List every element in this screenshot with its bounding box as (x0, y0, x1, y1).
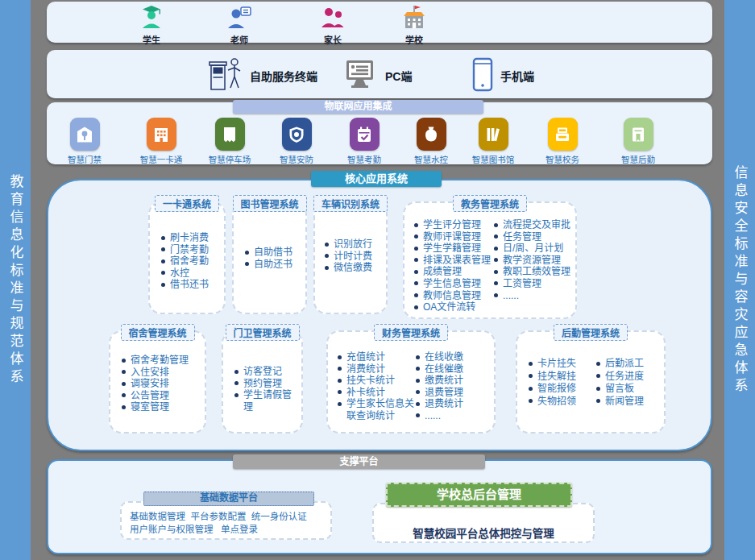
feature-list: 刷卡消费 门禁考勤 宿舍考勤 水控 借书还书 (150, 203, 224, 291)
feature-item: OA文件流转 (413, 301, 492, 313)
building-card-icon (147, 118, 176, 151)
feature-item: 教职工绩效管理 (492, 266, 572, 278)
student-icon (139, 5, 164, 30)
feature-item: 流程提交及审批 (492, 219, 572, 231)
feature-list: 充值统计 消费统计 挂失卡统计 补卡统计 学生家长信息关联查询统计 (336, 351, 414, 422)
feature-item: 任务管理 (492, 231, 572, 243)
iot-label: 智慧校务 (532, 153, 593, 165)
feature-list: 自助借书 自助还书 (234, 203, 305, 270)
base-platform-line1: 基础数据管理 平台参数配置 统一身份认证 (130, 512, 307, 521)
core-section-header: 核心应用系统 (311, 171, 442, 187)
feature-item: 留言板 (595, 383, 662, 396)
feature-item: 成绩管理 (413, 266, 492, 278)
feature-list: 流程提交及审批 任务管理 日/周、月计划 教学资源管理 教职工绩效管理 工资管理… (492, 219, 572, 313)
smart-campus-architecture-diagram: 教育信息化标准与规范体系 信息安全标准与容灾应急体系 学生 老师 (0, 0, 755, 560)
feature-item: 智能报修 (527, 383, 595, 396)
iot-label: 智慧图书馆 (463, 153, 524, 165)
feature-item: ...... (492, 290, 572, 302)
feature-list: 访客登记 预约管理 学生请假管理 (223, 332, 301, 413)
feature-list: 学生评分管理 教师评课管理 学生学籍管理 排课及课表管理 成绩管理 学生信息管理… (413, 219, 492, 313)
feature-item: 在线催缴 (414, 363, 492, 375)
feature-item: 学生评分管理 (413, 219, 492, 231)
feature-item: 挂失卡统计 (336, 375, 414, 387)
feature-item: 工资管理 (492, 278, 572, 290)
system-box-academic: 教务管理系统 学生评分管理 教师评课管理 学生学籍管理 排课及课表管理 成绩管理… (403, 201, 577, 319)
system-box-gatekeeper: 门卫管理系统 访客登记 预约管理 学生请假管理 (222, 330, 303, 433)
feature-item: 自助还书 (243, 259, 304, 271)
core-systems-panel: 核心应用系统 一卡通系统 刷卡消费 门禁考勤 宿舍考勤 水控 借书还书 图书管理… (47, 179, 712, 451)
feature-item: ...... (414, 410, 492, 422)
support-section-header: 支撑平台 (233, 454, 485, 469)
base-data-platform-content: 基础数据管理 平台参数配置 统一身份认证用户账户与权限管理 单点登录 (120, 501, 332, 540)
admin-backend-description: 智慧校园平台总体把控与管理 (374, 525, 593, 541)
feature-item: 日/周、月计划 (492, 243, 572, 255)
system-box-title: 车辆识别系统 (313, 195, 388, 212)
iot-label: 智慧停车场 (199, 153, 260, 165)
feature-item: 后勤派工 (595, 358, 662, 371)
feature-item: 学生信息管理 (413, 278, 492, 290)
feature-item: 自助借书 (243, 247, 304, 259)
user-label: 家长 (305, 33, 361, 46)
users-panel: 学生 老师 家长 (47, 2, 712, 43)
system-box-title: 后勤管理系统 (554, 324, 628, 341)
feature-item: 学生学籍管理 (413, 243, 492, 255)
iot-panel: 物联网应用集成 智慧门禁 智慧一卡通 智慧停车场 智慧安防 (47, 102, 712, 164)
feature-item: 预约管理 (233, 378, 300, 390)
feature-item: 调寝安排 (120, 378, 203, 390)
iot-label: 智慧水控 (400, 153, 462, 165)
kiosk-icon (208, 56, 245, 93)
feature-item: 刷卡消费 (160, 232, 222, 244)
iot-item-school-affairs: 智慧校务 (532, 118, 593, 165)
system-box-title: 图书管理系统 (232, 195, 306, 212)
feature-list: 宿舍考勤管理 入住安排 调寝安排 公告管理 寝室管理 (110, 332, 205, 413)
user-group-parents: 家长 (305, 5, 361, 46)
left-standards-bar: 教育信息化标准与规范体系 (0, 0, 31, 560)
feature-item: 挂失解挂 (527, 371, 595, 384)
iot-item-door-access: 智慧门禁 (54, 118, 115, 165)
system-box-title: 门卫管理系统 (225, 324, 299, 341)
printer-terminal-icon (548, 118, 578, 151)
system-box-dormitory: 宿舍管理系统 宿舍考勤管理 入住安排 调寝安排 公告管理 寝室管理 (109, 330, 206, 433)
terminal-label: 自助服务终端 (250, 68, 317, 84)
feature-list: 识别放行 计时计费 微信缴费 (315, 203, 386, 274)
water-jug-icon (417, 118, 446, 151)
feature-item: 排课及课表管理 (413, 255, 492, 267)
feature-item: 学生家长信息关联查询统计 (336, 398, 414, 421)
feature-item: 退费管理 (414, 387, 492, 399)
right-security-label: 信息安全标准与容灾应急体系 (730, 165, 750, 396)
mobile-icon (472, 57, 493, 92)
terminals-panel: 自助服务终端 PC端 手机端 (47, 50, 712, 98)
iot-label: 智慧门禁 (54, 153, 115, 165)
school-icon (400, 5, 428, 30)
system-box-library: 图书管理系统 自助借书 自助还书 (232, 201, 307, 314)
iot-section-header: 物联网应用集成 (233, 100, 483, 114)
feature-item: 充值统计 (336, 351, 414, 363)
support-platform-panel: 支撑平台 基础数据管理 平台参数配置 统一身份认证用户账户与权限管理 单点登录 … (47, 459, 712, 554)
iot-item-campus-card: 智慧一卡通 (131, 118, 192, 165)
library-books-icon (479, 118, 508, 151)
feature-item: 水控 (160, 268, 222, 280)
feature-item: 卡片挂失 (527, 358, 595, 371)
system-box-title: 一卡通系统 (155, 195, 219, 212)
iot-item-attendance: 智慧考勤 (334, 118, 395, 165)
terminal-label: 手机端 (500, 68, 534, 84)
admin-backend-title: 学校总后台管理 (386, 483, 572, 507)
feature-item: 计时计费 (323, 251, 384, 263)
feature-item: 宿舍考勤管理 (120, 355, 203, 367)
iot-item-library: 智慧图书馆 (463, 118, 524, 165)
feature-item: 识别放行 (323, 239, 384, 251)
system-box-vehicle: 车辆识别系统 识别放行 计时计费 微信缴费 (313, 201, 388, 314)
iot-item-water-control: 智慧水控 (400, 118, 462, 165)
base-platform-line2: 用户账户与权限管理 单点登录 (130, 525, 258, 534)
desktop-icon (345, 60, 375, 89)
left-standards-label: 教育信息化标准与规范体系 (6, 174, 26, 387)
feature-item: 缴费统计 (414, 375, 492, 387)
security-shield-icon (282, 118, 312, 151)
iot-label: 智慧安防 (266, 153, 327, 165)
terminal-label: PC端 (385, 68, 412, 84)
feature-item: 教师评课管理 (413, 231, 492, 243)
right-security-bar: 信息安全标准与容灾应急体系 (724, 0, 755, 560)
feature-list: 卡片挂失 挂失解挂 智能报修 失物招领 (527, 358, 595, 408)
system-box-finance: 财务管理系统 充值统计 消费统计 挂失卡统计 补卡统计 学生家长信息关联查询统计… (326, 330, 496, 433)
iot-item-security: 智慧安防 (266, 118, 327, 165)
